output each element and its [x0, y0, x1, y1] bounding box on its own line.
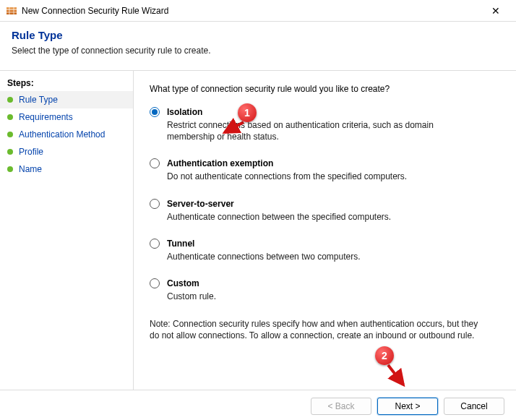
radio-isolation[interactable]	[150, 107, 160, 117]
step-bullet-icon	[7, 166, 13, 172]
step-bullet-icon	[7, 97, 13, 103]
option-tunnel: Tunnel Authenticate connections between …	[150, 239, 500, 262]
option-isolation: Isolation Restrict connections based on …	[150, 107, 500, 142]
svg-rect-1	[7, 7, 17, 9]
option-desc: Authenticate connections between two com…	[167, 251, 478, 262]
step-bullet-icon	[7, 149, 13, 155]
step-label: Name	[19, 164, 42, 174]
option-label[interactable]: Server-to-server	[167, 199, 234, 209]
option-label[interactable]: Custom	[167, 278, 199, 288]
step-label: Authentication Method	[19, 129, 105, 140]
main-panel: What type of connection security rule wo…	[134, 71, 516, 390]
cancel-button[interactable]: Cancel	[444, 398, 504, 415]
wizard-header: Rule Type Select the type of connection …	[0, 22, 516, 71]
window-title: New Connection Security Rule Wizard	[22, 6, 481, 16]
radio-custom[interactable]	[150, 278, 160, 288]
note-text: Note: Connection security rules specify …	[150, 318, 489, 341]
close-icon: ✕	[491, 5, 500, 17]
option-custom: Custom Custom rule.	[150, 278, 500, 302]
next-button[interactable]: Next >	[377, 398, 438, 415]
step-rule-type[interactable]: Rule Type	[0, 91, 133, 108]
option-server-to-server: Server-to-server Authenticate connection…	[150, 199, 500, 223]
close-button[interactable]: ✕	[481, 1, 510, 21]
step-requirements[interactable]: Requirements	[0, 108, 133, 126]
option-desc: Custom rule.	[167, 291, 478, 302]
wizard-footer: < Back Next > Cancel	[0, 390, 516, 420]
firewall-icon	[6, 5, 17, 17]
step-label: Requirements	[19, 112, 73, 122]
option-label[interactable]: Tunnel	[167, 239, 194, 249]
question-text: What type of connection security rule wo…	[150, 84, 500, 94]
option-desc: Authenticate connection between the spec…	[167, 211, 478, 223]
radio-tunnel[interactable]	[150, 239, 160, 249]
option-label[interactable]: Authentication exemption	[167, 158, 273, 168]
radio-server-to-server[interactable]	[150, 199, 160, 209]
step-label: Profile	[19, 147, 43, 157]
step-bullet-icon	[7, 114, 13, 120]
steps-heading: Steps:	[0, 77, 133, 91]
step-profile[interactable]: Profile	[0, 143, 133, 160]
page-title: Rule Type	[12, 29, 504, 41]
step-authentication-method[interactable]: Authentication Method	[0, 126, 133, 143]
svg-rect-2	[7, 12, 17, 14]
titlebar: New Connection Security Rule Wizard ✕	[0, 0, 516, 22]
option-desc: Do not authenticate connections from the…	[167, 171, 478, 182]
step-name[interactable]: Name	[0, 160, 133, 178]
option-desc: Restrict connections based on authentica…	[167, 119, 478, 142]
radio-auth-exemption[interactable]	[150, 158, 160, 168]
step-bullet-icon	[7, 132, 13, 137]
option-auth-exemption: Authentication exemption Do not authenti…	[150, 158, 500, 182]
back-button[interactable]: < Back	[311, 398, 371, 415]
option-label[interactable]: Isolation	[167, 107, 202, 117]
page-subtitle: Select the type of connection security r…	[12, 46, 504, 56]
step-label: Rule Type	[19, 95, 58, 105]
steps-sidebar: Steps: Rule Type Requirements Authentica…	[0, 71, 134, 390]
